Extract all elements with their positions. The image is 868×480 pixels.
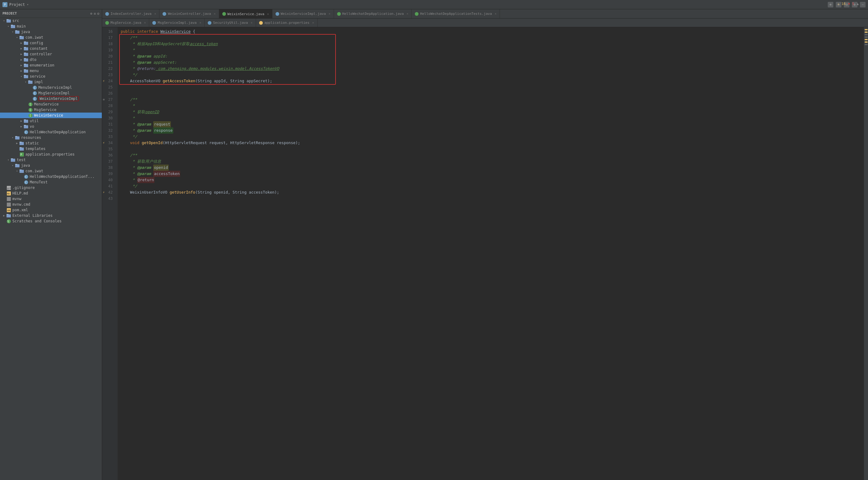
editor-tab[interactable]: HelloWechatDepApplication.java×	[334, 9, 412, 19]
tree-item-icon: S	[6, 219, 11, 224]
tree-item-label: enumeration	[30, 63, 54, 67]
editor-tab[interactable]: WeixinServiceImpl.java×	[272, 9, 334, 19]
right-scrollbar[interactable]	[864, 27, 868, 480]
tree-item[interactable]: git.gitignore	[0, 185, 102, 191]
tab-close-btn[interactable]: ×	[199, 21, 201, 25]
tab-close-btn[interactable]: ×	[154, 12, 156, 15]
scroll-marker	[865, 44, 868, 45]
tree-item[interactable]: XMLpom.xml	[0, 207, 102, 213]
tree-item[interactable]: IMsgService	[0, 107, 102, 112]
editor-tab[interactable]: HelloWechatDepApplicationTests.java×	[412, 9, 500, 19]
tree-item[interactable]: ▶enumeration	[0, 63, 102, 68]
tree-item[interactable]: ▾com.iwat	[0, 168, 102, 174]
tree-item[interactable]: Papplication.properties	[0, 151, 102, 157]
tree-item[interactable]: ▶dto	[0, 57, 102, 63]
scroll-marker	[865, 32, 868, 33]
tree-item[interactable]: ▾java	[0, 163, 102, 168]
tree-item[interactable]: mvnw	[0, 196, 102, 202]
tree-item[interactable]: CMenuTest	[0, 179, 102, 185]
tab-close-btn[interactable]: ×	[312, 21, 314, 25]
editor-tab[interactable]: WeixinController.java×	[159, 9, 219, 19]
sidebar-icon-collapse[interactable]: ≡	[94, 11, 96, 16]
code-token: *	[121, 128, 137, 134]
tab-close-btn[interactable]: ×	[329, 12, 331, 15]
tab-close-btn[interactable]: ×	[144, 21, 146, 25]
tree-item[interactable]: ▶vo	[0, 124, 102, 129]
tree-item-icon: P	[19, 152, 24, 157]
svg-text:C: C	[34, 92, 35, 95]
tree-item[interactable]: ▾service	[0, 74, 102, 79]
editor-tab[interactable]: application.properties×	[256, 19, 318, 27]
editor-tab[interactable]: SecurityUtil.java×	[205, 19, 256, 27]
tree-item[interactable]: MDHELP.md	[0, 191, 102, 196]
tree-item-label: MenuTest	[30, 180, 48, 184]
code-content[interactable]: public interface WeixinService { /** * 根…	[118, 27, 864, 480]
tree-item[interactable]: CHelloWechatDepApplication	[0, 129, 102, 135]
tab-label: WeixinController.java	[168, 12, 211, 16]
tree-item[interactable]: ▶util	[0, 118, 102, 124]
tab-close-btn[interactable]: ×	[495, 12, 497, 15]
sidebar-icon-gear[interactable]: ⚙	[97, 11, 99, 16]
tree-item[interactable]: CMenuServiceImpl	[0, 85, 102, 90]
tab-icon	[337, 12, 341, 16]
code-token: *	[121, 177, 137, 183]
svg-rect-55	[20, 170, 22, 170]
tab-close-btn[interactable]: ×	[251, 21, 253, 25]
code-line: * @param accessToken	[121, 171, 864, 177]
tree-item[interactable]: ▾impl	[0, 79, 102, 85]
code-token: getOpenId	[142, 140, 163, 146]
tree-item[interactable]: ▾src	[0, 18, 102, 24]
tree-item[interactable]: ▶static	[0, 140, 102, 146]
tree-item[interactable]: IWeixinService	[0, 112, 102, 118]
title-dropdown-icon[interactable]: ▾	[27, 3, 29, 6]
tree-item[interactable]: templates	[0, 146, 102, 151]
code-token: openID	[145, 109, 159, 115]
code-line	[121, 196, 864, 202]
tree-item[interactable]: CWeixinServiceImpl	[0, 96, 102, 101]
tree-item[interactable]: mvnw.cmd	[0, 202, 102, 207]
svg-rect-65	[7, 203, 11, 207]
sidebar-header: Project ⊕ ≡ ⚙	[0, 9, 102, 18]
tree-item[interactable]: ▶constant	[0, 46, 102, 52]
tree-item[interactable]: ▾test	[0, 157, 102, 163]
code-token: * 根据AppID和AppSecret获取	[121, 41, 190, 47]
tree-item[interactable]: ▾resources	[0, 135, 102, 140]
code-token: /**	[121, 35, 137, 41]
gutter-fold-icon[interactable]: ≡	[103, 97, 105, 103]
tree-item[interactable]: ▶External Libraries	[0, 213, 102, 218]
tree-item-icon	[24, 74, 29, 79]
tree-item[interactable]: ▾com.iwat	[0, 35, 102, 40]
tree-item[interactable]: SScratches and Consoles	[0, 218, 102, 224]
tree-item[interactable]: ▶menu	[0, 68, 102, 74]
tab-close-btn[interactable]: ×	[214, 12, 216, 15]
tree-item[interactable]: IMenuService	[0, 101, 102, 107]
svg-rect-19	[24, 69, 26, 70]
sidebar-icon-add[interactable]: ⊕	[90, 11, 92, 16]
tree-item[interactable]: ▶config	[0, 40, 102, 46]
title-bar: P Project ▾ ⊕ ≡ ⊟ ⚙ —	[0, 0, 868, 9]
gutter-line: 30	[102, 115, 115, 121]
tree-item[interactable]: ▾main	[0, 24, 102, 29]
tree-item-label: util	[30, 119, 39, 123]
tree-item[interactable]: CMsgServiceImpl	[0, 90, 102, 96]
editor-tab[interactable]: MsgServiceImpl.java×	[149, 19, 205, 27]
tree-item[interactable]: CHelloWechatDepApplicationT...	[0, 174, 102, 179]
tree-item-icon	[24, 40, 29, 45]
editor-tab[interactable]: MsgService.java×	[102, 19, 149, 27]
ctrl-add-btn[interactable]: ⊕	[828, 2, 833, 7]
tab-close-btn[interactable]: ×	[267, 12, 269, 16]
tab-icon	[259, 21, 263, 25]
tree-item[interactable]: ▶controller	[0, 52, 102, 57]
editor-tab[interactable]: WeixinService.java×	[219, 9, 272, 19]
svg-text:P: P	[21, 153, 22, 156]
tree-item-icon	[24, 46, 29, 51]
ctrl-close-btn[interactable]: —	[860, 2, 866, 7]
code-line: * 根据AppID和AppSecret获取access_token	[121, 41, 864, 47]
code-token: @return:	[137, 66, 156, 72]
tree-item-label: dto	[30, 58, 36, 62]
tree-item[interactable]: ▾java	[0, 29, 102, 35]
tree-arrow: ▾	[10, 164, 15, 167]
tab-close-btn[interactable]: ×	[406, 12, 408, 15]
editor-tab[interactable]: IndexController.java×	[102, 9, 159, 19]
gutter-line: 23	[102, 72, 115, 78]
